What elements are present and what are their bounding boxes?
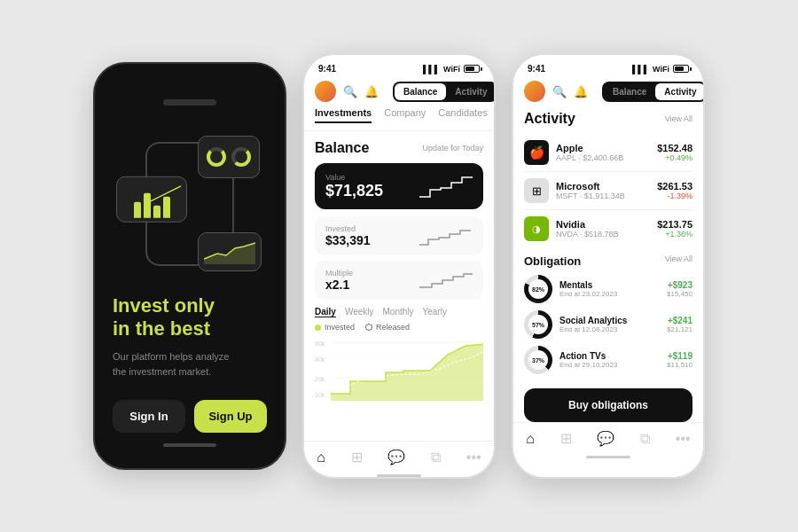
- nav-home-3[interactable]: ⌂: [526, 431, 535, 447]
- ob-item-action[interactable]: 37% Action TVs End at 29.10.2023 +$119 $…: [524, 346, 692, 374]
- avatar-2[interactable]: [315, 81, 336, 102]
- nav-chat-3[interactable]: 💬: [597, 430, 614, 447]
- stock-item-nvidia[interactable]: ◑ Nvidia NVDA · $518.78B $213.75 +1.36%: [524, 210, 692, 247]
- nav-more-2[interactable]: •••: [466, 450, 481, 466]
- microsoft-logo: ⊞: [524, 178, 549, 203]
- sub-tab-investments[interactable]: Investments: [315, 107, 372, 123]
- tab-weekly[interactable]: Weekly: [345, 307, 374, 317]
- ob-pct-social: 57%: [532, 322, 544, 328]
- apple-info: Apple AAPL · $2,400.66B: [556, 143, 657, 162]
- area-chart-svg: 60k 40k 20k 10k: [315, 337, 483, 404]
- ob-amount-social: +$241 $21,121: [667, 316, 692, 333]
- buy-obligations-button[interactable]: Buy obligations: [524, 388, 692, 422]
- nav-copy-3[interactable]: ⧉: [640, 431, 650, 447]
- tagline: Invest only in the best: [113, 294, 267, 341]
- battery-fill: [466, 66, 474, 71]
- ob-val-mentals: $15,450: [667, 290, 692, 298]
- tab-balance-2[interactable]: Balance: [395, 83, 446, 100]
- nav-chat-2[interactable]: 💬: [387, 449, 405, 466]
- nav-home-2[interactable]: ⌂: [317, 450, 325, 466]
- obligation-title: Obligation: [524, 254, 581, 268]
- stock-item-apple[interactable]: 🍎 Apple AAPL · $2,400.66B $152.48 +0.49%: [524, 134, 692, 172]
- ob-item-mentals[interactable]: 82% Mentals End at 23.02.2023 +$923 $15,…: [524, 275, 692, 303]
- microsoft-info: Microsoft MSFT · $1,911.34B: [556, 181, 657, 200]
- tab-balance-3[interactable]: Balance: [604, 83, 655, 100]
- svg-text:10k: 10k: [315, 392, 325, 398]
- bar-chart-card: [116, 176, 187, 223]
- ob-val-social: $21,121: [667, 325, 692, 333]
- main-chart: 60k 40k 20k 10k: [315, 337, 483, 408]
- signup-button[interactable]: Sign Up: [194, 400, 267, 433]
- donut-chart-2: [231, 147, 251, 167]
- nav-more-3[interactable]: •••: [676, 431, 691, 447]
- ob-item-social[interactable]: 57% Social Analytics End at 12.08.2023 +…: [524, 310, 692, 339]
- obligation-section: Obligation View All 82% Mentals End at 2…: [513, 254, 703, 381]
- donut-card: [198, 136, 260, 178]
- auth-buttons: Sign In Sign Up: [113, 400, 267, 433]
- home-indicator-2: [377, 474, 421, 477]
- ob-circle-action: 37%: [524, 346, 552, 374]
- multiple-value: x2.1: [325, 278, 353, 292]
- multiple-label: Multiple: [325, 269, 353, 278]
- tab-activity-3[interactable]: Activity: [655, 83, 705, 100]
- time-3: 9:41: [528, 64, 545, 74]
- wifi-icon-3: WiFi: [653, 65, 669, 74]
- signin-button[interactable]: Sign In: [113, 400, 185, 433]
- view-all-activity[interactable]: View All: [665, 114, 692, 123]
- microsoft-name: Microsoft: [556, 181, 657, 192]
- search-icon-2[interactable]: 🔍: [343, 82, 357, 101]
- tab-yearly[interactable]: Yearly: [423, 307, 447, 317]
- tab-group-3: Balance Activity: [602, 82, 705, 102]
- nav-copy-2[interactable]: ⧉: [431, 450, 441, 466]
- battery-icon: [464, 65, 480, 73]
- legend-released: Released: [365, 323, 410, 332]
- ob-name-mentals: Mentals: [559, 280, 667, 290]
- ob-amount-mentals: +$923 $15,450: [667, 280, 692, 298]
- nav-grid-3[interactable]: ⊞: [560, 430, 572, 447]
- nvidia-price: $213.75: [657, 219, 692, 230]
- activity-header-row: Activity View All: [513, 107, 703, 134]
- svg-text:20k: 20k: [315, 376, 325, 382]
- chart-area-fill: [331, 344, 483, 401]
- line-chart-card: [198, 232, 262, 271]
- update-text: Update for Today: [423, 144, 483, 153]
- apple-ticker: AAPL · $2,400.66B: [556, 153, 657, 162]
- screen-3-activity: 9:41 ▌▌▌ WiFi 🔍 🔔 Balance Activity Activ…: [512, 53, 705, 479]
- donut-chart-1: [207, 147, 226, 167]
- svg-text:40k: 40k: [315, 356, 325, 363]
- avatar-3[interactable]: [524, 81, 545, 102]
- balance-header: Balance Update for Today: [315, 140, 483, 156]
- tab-monthly[interactable]: Monthly: [383, 307, 414, 317]
- invested-label: Invested: [325, 224, 371, 233]
- apple-change: +0.49%: [657, 153, 692, 162]
- status-bar-2: 9:41 ▌▌▌ WiFi: [304, 55, 494, 77]
- search-icon-3[interactable]: 🔍: [552, 82, 567, 101]
- activity-list: 🍎 Apple AAPL · $2,400.66B $152.48 +0.49%…: [513, 134, 703, 247]
- ob-plus-social: +$241: [667, 316, 692, 325]
- value-card: Value $71,825: [315, 163, 483, 209]
- ob-val-action: $11,510: [667, 361, 692, 369]
- bell-icon-3[interactable]: 🔔: [574, 82, 588, 101]
- value-amount: $71,825: [325, 182, 383, 200]
- tab-activity-2[interactable]: Activity: [446, 83, 496, 100]
- invested-info: Invested $33,391: [325, 224, 371, 247]
- home-indicator-3: [586, 456, 630, 458]
- stock-item-microsoft[interactable]: ⊞ Microsoft MSFT · $1,911.34B $261.53 -1…: [524, 172, 692, 210]
- nav-grid-2[interactable]: ⊞: [351, 449, 363, 466]
- invested-value: $33,391: [325, 233, 371, 247]
- sub-tab-candidates[interactable]: Candidates: [438, 107, 488, 123]
- view-all-obligations[interactable]: View All: [665, 254, 692, 268]
- obligation-header: Obligation View All: [524, 254, 692, 268]
- ob-plus-mentals: +$923: [667, 280, 692, 290]
- line-overlay: [149, 183, 181, 209]
- status-icons-2: ▌▌▌ WiFi: [423, 65, 480, 74]
- notch: [163, 99, 216, 106]
- sub-tab-company[interactable]: Company: [384, 107, 426, 123]
- bell-icon-2[interactable]: 🔔: [364, 82, 379, 101]
- apple-price-info: $152.48 +0.49%: [657, 143, 692, 162]
- status-icons-3: ▌▌▌ WiFi: [632, 65, 689, 74]
- ob-name-action: Action TVs: [559, 351, 667, 361]
- subtitle: Our platform helps analyze the investmen…: [113, 349, 267, 379]
- microsoft-ticker: MSFT · $1,911.34B: [556, 192, 657, 200]
- tab-daily[interactable]: Daily: [315, 307, 336, 317]
